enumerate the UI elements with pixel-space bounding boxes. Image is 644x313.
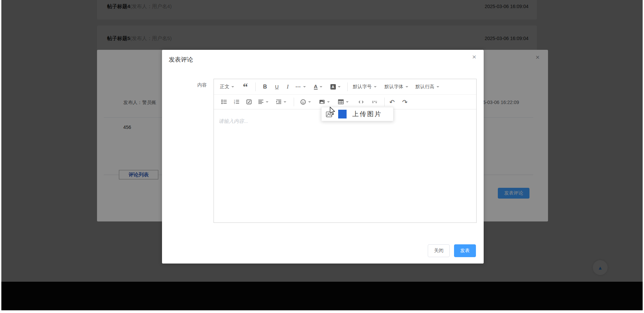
publish-comment-dialog: 发表评论 × 内容 正文 “ B U I ⋯ A	[162, 50, 484, 264]
chevron-down-icon	[346, 101, 349, 104]
editor-placeholder: 请输入内容...	[219, 118, 248, 125]
close-button[interactable]: 关闭	[428, 244, 450, 257]
bullet-list-button[interactable]	[221, 99, 227, 105]
font-size-dropdown[interactable]: 默认字号	[353, 84, 377, 90]
chevron-down-icon	[374, 86, 377, 89]
chevron-down-icon	[266, 101, 268, 104]
divider-line-icon	[372, 99, 378, 105]
chevron-down-icon	[338, 86, 341, 89]
rich-text-editor: 正文 “ B U I ⋯ A A 默	[214, 79, 477, 223]
code-icon	[358, 99, 364, 105]
image-dropdown[interactable]	[319, 99, 330, 105]
upload-image-label: 上传图片	[352, 110, 382, 118]
line-height-dropdown[interactable]: 默认行高	[416, 84, 439, 90]
toolbar-divider	[255, 82, 256, 91]
dialog-title: 发表评论	[169, 56, 193, 64]
bg-color-icon: A	[330, 84, 336, 90]
app-container: 帖子标题4(发布人：用户名4) 2025-03-06 16:09:04 帖子标题…	[1, 0, 643, 310]
dialog-footer: 关闭 发表	[428, 244, 476, 257]
table-icon	[338, 99, 344, 105]
bg-color-dropdown[interactable]: A	[330, 84, 341, 90]
more-icon: ⋯	[295, 83, 301, 90]
ordered-list-button[interactable]: 123	[234, 99, 239, 105]
close-icon[interactable]: ×	[472, 53, 476, 60]
mouse-cursor-icon	[330, 107, 336, 116]
redo-icon: ↷	[402, 98, 408, 106]
bold-button[interactable]: B	[263, 84, 267, 90]
editor-toolbar-row1: 正文 “ B U I ⋯ A A 默	[214, 79, 476, 95]
chevron-down-icon	[327, 101, 330, 104]
undo-icon: ↶	[389, 98, 395, 106]
align-icon	[258, 99, 264, 105]
toolbar-divider	[384, 98, 385, 106]
bullet-list-icon	[221, 99, 227, 105]
heading-dropdown[interactable]: 正文	[220, 84, 234, 90]
chevron-down-icon	[437, 86, 439, 89]
svg-text:3: 3	[234, 102, 235, 104]
chevron-down-icon	[406, 86, 408, 89]
redo-button[interactable]: ↷	[402, 98, 408, 106]
chevron-down-icon	[303, 86, 306, 89]
indent-dropdown[interactable]	[276, 99, 286, 105]
blockquote-button[interactable]: “	[243, 84, 248, 90]
font-color-dropdown[interactable]: A	[314, 84, 322, 90]
chevron-down-icon	[320, 86, 322, 89]
chevron-down-icon	[231, 86, 234, 89]
editor-content-area[interactable]: 请输入内容...	[214, 109, 476, 222]
submit-button[interactable]: 发表	[454, 244, 476, 257]
indent-icon	[276, 99, 282, 105]
chevron-down-icon	[284, 101, 286, 104]
image-placeholder-swatch	[338, 110, 347, 118]
font-family-dropdown[interactable]: 默认字体	[385, 84, 408, 90]
image-icon	[319, 99, 325, 105]
todo-list-icon	[246, 99, 252, 105]
align-dropdown[interactable]	[258, 99, 268, 105]
undo-button[interactable]: ↶	[389, 98, 395, 106]
more-styles-dropdown[interactable]: ⋯	[295, 83, 306, 90]
content-label: 内容	[197, 82, 207, 88]
underline-button[interactable]: U	[275, 84, 279, 90]
emoji-icon	[300, 99, 306, 105]
emoji-dropdown[interactable]	[300, 99, 311, 105]
toolbar-divider	[294, 98, 294, 106]
toolbar-divider	[347, 82, 348, 91]
quote-icon: “	[243, 85, 248, 89]
table-dropdown[interactable]	[338, 99, 349, 105]
chevron-down-icon	[308, 101, 311, 104]
italic-button[interactable]: I	[287, 84, 288, 90]
todo-list-button[interactable]	[246, 99, 252, 105]
ordered-list-icon: 123	[234, 99, 239, 105]
font-color-icon: A	[314, 84, 318, 90]
divider-line-button[interactable]	[372, 99, 378, 105]
code-block-button[interactable]	[358, 99, 364, 105]
